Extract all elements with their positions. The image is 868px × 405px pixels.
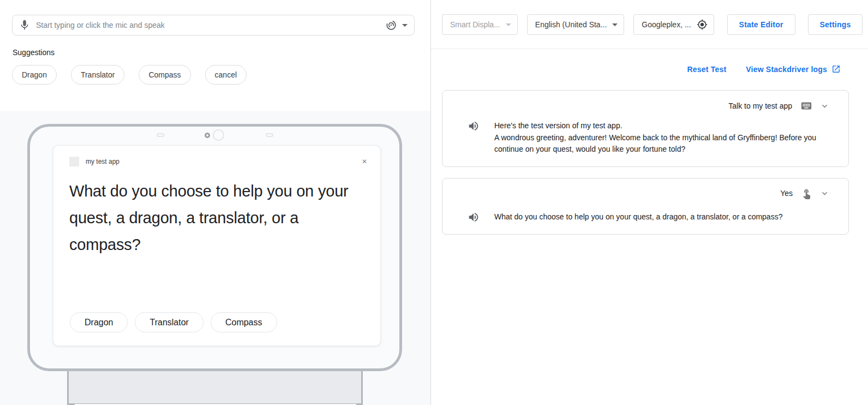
device-sensor-left: [157, 133, 164, 137]
response-body: What do you choose to help you on your q…: [456, 211, 829, 223]
my-location-icon: [697, 19, 708, 30]
language-select[interactable]: English (United Sta...: [527, 14, 625, 35]
surface-select-value: Smart Displa...: [450, 20, 500, 29]
chevron-down-icon[interactable]: [821, 189, 829, 198]
speaker-icon[interactable]: [468, 120, 480, 132]
query-input-box[interactable]: [12, 15, 415, 35]
stackdriver-logs-label: View Stackdriver logs: [746, 65, 827, 74]
device-chip-translator[interactable]: Translator: [135, 312, 203, 332]
caret-down-icon: [402, 24, 408, 27]
tone-icon: [385, 19, 397, 31]
keyboard-icon: [800, 100, 812, 112]
request-text: Talk to my test app: [728, 102, 792, 110]
request-header: Talk to my test app: [456, 100, 829, 112]
device-chip-compass[interactable]: Compass: [211, 312, 277, 332]
location-select-value: Googleplex, ...: [642, 20, 691, 29]
response-line: What do you choose to help you on your q…: [494, 211, 782, 223]
device-camera-icon: [213, 129, 224, 141]
language-select-value: English (United Sta...: [535, 20, 607, 29]
response-body: Here's the test version of my test app. …: [456, 120, 829, 156]
suggestion-chip-row: Dragon Translator Compass cancel: [12, 65, 430, 85]
app-icon: [69, 157, 79, 166]
external-link-icon: [831, 64, 841, 74]
reset-test-link[interactable]: Reset Test: [687, 65, 727, 74]
query-input[interactable]: [36, 21, 385, 29]
caret-down-icon: [506, 23, 511, 26]
response-line: A wondrous greeting, adventurer! Welcome…: [494, 132, 829, 156]
device-chip-dragon[interactable]: Dragon: [70, 312, 128, 332]
smart-display-mockup: my test app ✕ What do you choose to help…: [27, 124, 402, 371]
right-panel: Smart Displa... English (United Sta... G…: [431, 0, 868, 405]
input-mode-toggle[interactable]: [385, 19, 408, 31]
request-header: Yes: [456, 188, 829, 199]
suggestion-chip-dragon[interactable]: Dragon: [12, 65, 57, 85]
device-screen-header: my test app ✕: [69, 157, 367, 166]
device-sensor-dot: [205, 133, 210, 138]
conversation-card: Yes What do you choose to help you on yo…: [442, 178, 849, 235]
stackdriver-logs-link[interactable]: View Stackdriver logs: [746, 64, 841, 74]
composer-section: Suggestions Dragon Translator Compass ca…: [0, 15, 430, 111]
device-screen: my test app ✕ What do you choose to help…: [53, 145, 381, 346]
response-text: What do you choose to help you on your q…: [494, 211, 782, 223]
device-stand: [67, 370, 363, 405]
close-icon[interactable]: ✕: [362, 158, 367, 165]
device-chip-row: Dragon Translator Compass: [70, 312, 277, 332]
left-panel: Suggestions Dragon Translator Compass ca…: [0, 0, 430, 405]
response-line: Here's the test version of my test app.: [494, 120, 829, 132]
device-sensor-right: [266, 133, 273, 137]
suggestion-chip-compass[interactable]: Compass: [139, 65, 190, 85]
speaker-icon[interactable]: [468, 211, 480, 223]
device-app-name: my test app: [86, 158, 119, 165]
suggestion-chip-cancel[interactable]: cancel: [205, 65, 247, 85]
suggestion-chip-translator[interactable]: Translator: [71, 65, 125, 85]
surface-select: Smart Displa...: [442, 14, 518, 35]
caret-down-icon: [612, 23, 618, 26]
conversation-card: Talk to my test app Here's the test vers…: [442, 90, 849, 167]
state-editor-button[interactable]: State Editor: [727, 14, 795, 35]
reset-test-label: Reset Test: [687, 65, 727, 74]
simulator-toolbar: Smart Displa... English (United Sta... G…: [431, 0, 868, 49]
request-text: Yes: [780, 189, 793, 198]
response-text: Here's the test version of my test app. …: [494, 120, 829, 156]
touch-icon: [801, 188, 812, 199]
mic-icon[interactable]: [19, 19, 31, 31]
simulator-page: Suggestions Dragon Translator Compass ca…: [0, 0, 868, 405]
device-preview-area: my test app ✕ What do you choose to help…: [0, 111, 430, 405]
settings-button[interactable]: Settings: [808, 14, 863, 35]
device-prompt-text: What do you choose to help you on your q…: [69, 178, 366, 258]
suggestions-label: Suggestions: [13, 48, 430, 57]
test-actions-row: Reset Test View Stackdriver logs: [431, 64, 841, 74]
chevron-down-icon[interactable]: [821, 102, 829, 110]
location-select[interactable]: Googleplex, ...: [633, 14, 714, 35]
